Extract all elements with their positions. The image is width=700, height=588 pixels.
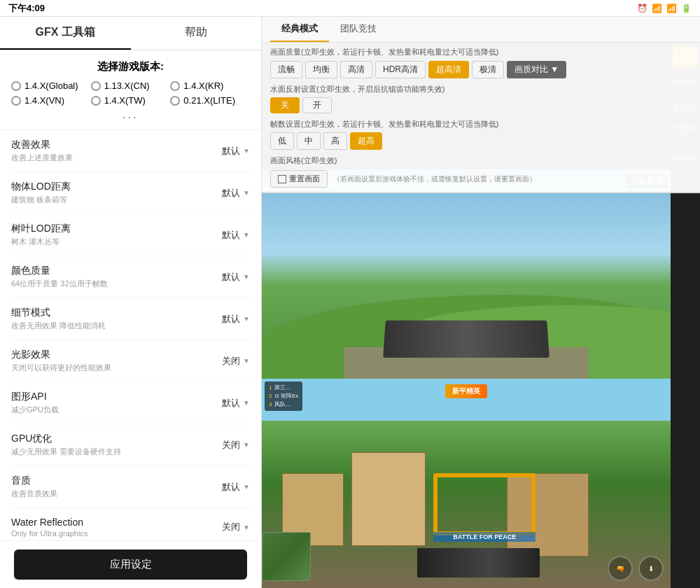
style-label: 画面风格(立即生效) (270, 155, 692, 166)
arch-structure (433, 473, 536, 536)
quality-label: 画面质量(立即生效，若运行卡顿、发热量和耗电量过大可适当降低) (270, 47, 692, 57)
version-cn[interactable]: 1.13.X(CN) (91, 80, 171, 91)
water-toggle-buttons: 关 开 (270, 97, 692, 113)
setting-improve-effects-control[interactable]: 默认 ▼ (222, 145, 250, 158)
setting-detail-mode-desc: 改善无用效果 降低性能消耗 (11, 321, 222, 331)
setting-water-value: 关闭 (222, 521, 240, 533)
radio-tw (91, 96, 101, 106)
setting-lod-object-control[interactable]: 默认 ▼ (222, 187, 250, 200)
setting-graphics-api-control[interactable]: 默认 ▼ (222, 397, 250, 410)
chevron-icon-5: ▼ (243, 315, 250, 323)
battery-icon: 🔋 (681, 4, 692, 13)
reset-row: 重置画面 （若画面设置后游戏体验不佳，或需恢复默认设置，请重置画面） (262, 167, 700, 192)
setting-improve-effects-desc: 改善上述质量效果 (11, 153, 222, 163)
version-tw-label: 1.4.X(TW) (104, 95, 146, 106)
signal1-icon: 📶 (652, 4, 662, 13)
fps-mid[interactable]: 中 (297, 132, 321, 150)
chevron-icon-6: ▼ (243, 357, 250, 365)
setting-water-control[interactable]: 关闭 ▼ (222, 521, 250, 533)
quality-compare-btn[interactable]: 画质对比 ▼ (507, 61, 566, 78)
fps-high[interactable]: 高 (323, 132, 347, 150)
setting-detail-mode-name: 细节模式 (11, 307, 222, 319)
version-grid: 1.4.X(Global) 1.13.X(CN) 1.4.X(KR) 1.4.X… (11, 80, 250, 106)
tab-gfx[interactable]: GFX 工具箱 (0, 17, 131, 50)
version-lite[interactable]: 0.21.X(LITE) (170, 95, 250, 106)
radio-global (11, 81, 21, 91)
setting-audio-desc: 改善音质效果 (11, 489, 222, 499)
apply-button[interactable]: 应用设定 (14, 550, 247, 580)
radio-vn (11, 96, 21, 106)
setting-detail-mode-value: 默认 (222, 313, 240, 326)
setting-improve-effects-value: 默认 (222, 145, 240, 158)
score-row-3: 3 凤队... (269, 400, 298, 408)
quality-hdr[interactable]: HDR高清 (375, 61, 426, 78)
game-tab-classic[interactable]: 经典模式 (270, 17, 329, 42)
reset-hint: （若画面设置后游戏体验不佳，或需恢复默认设置，请重置画面） (333, 174, 536, 184)
radio-cn (91, 81, 101, 91)
quality-ultra[interactable]: 超高清 (428, 61, 469, 78)
setting-color-quality: 颜色质量 64位用于质量 32位用于帧数 默认 ▼ (11, 256, 250, 298)
setting-lod-leaf-control[interactable]: 默认 ▼ (222, 229, 250, 241)
version-kr[interactable]: 1.4.X(KR) (170, 80, 250, 91)
gun-bottom (417, 548, 540, 578)
left-panel: GFX 工具箱 帮助 选择游戏版本: 1.4.X(Global) 1.13.X(… (0, 17, 262, 588)
quality-row: 画面质量(立即生效，若运行卡顿、发热量和耗电量过大可适当降低) 流畅 均衡 高清… (262, 43, 700, 81)
chevron-icon-10: ▼ (243, 524, 250, 531)
tab-help[interactable]: 帮助 (131, 17, 262, 50)
setting-lod-leaf-value: 默认 (222, 229, 240, 241)
main-layout: GFX 工具箱 帮助 选择游戏版本: 1.4.X(Global) 1.13.X(… (0, 17, 700, 588)
minimap-container (262, 532, 311, 581)
fps-label: 帧数设置(立即生效，若运行卡顿、发热量和耗电量过大可适当降低) (270, 119, 692, 130)
radio-lite (170, 96, 180, 106)
alarm-icon: ⏰ (637, 4, 648, 13)
setting-color-quality-desc: 64位用于质量 32位用于帧数 (11, 279, 222, 289)
setting-detail-mode-control[interactable]: 默认 ▼ (222, 313, 250, 326)
setting-water-reflection: Water Reflection Only for Ultra graphics… (11, 508, 250, 540)
game-view: 训练基地 剩余 2 淘汰 8 胜平精英 ⚙ (262, 169, 700, 588)
setting-detail-mode: 细节模式 改善无用效果 降低性能消耗 默认 ▼ (11, 298, 250, 340)
chevron-icon: ▼ (243, 147, 250, 155)
setting-gpu-opt-control[interactable]: 关闭 ▼ (222, 439, 250, 451)
fps-low[interactable]: 低 (270, 132, 294, 150)
setting-color-quality-name: 颜色质量 (11, 265, 222, 277)
quality-balanced[interactable]: 均衡 (305, 61, 337, 78)
water-on-btn[interactable]: 开 (302, 97, 332, 113)
version-global[interactable]: 1.4.X(Global) (11, 80, 91, 91)
game-scene-bottom: BATTLE FOR PEACE 1 第三... 2 G 矩阵Ex 3 凤队..… (262, 379, 671, 588)
version-cn-label: 1.13.X(CN) (104, 80, 150, 91)
water-off-btn[interactable]: 关 (270, 97, 300, 113)
setting-audio-control[interactable]: 默认 ▼ (222, 481, 250, 493)
setting-color-quality-control[interactable]: 默认 ▼ (222, 271, 250, 284)
version-kr-label: 1.4.X(KR) (183, 80, 223, 91)
quality-smooth[interactable]: 流畅 (270, 61, 302, 78)
action-btn-crouch[interactable]: ⬇ (638, 556, 664, 581)
reset-button[interactable]: 重置画面 (270, 170, 328, 188)
setting-gpu-opt-desc: 减少无用效果 需要设备硬件支持 (11, 447, 222, 457)
version-vn-label: 1.4.X(VN) (24, 95, 64, 106)
score-row-2: 2 G 矩阵Ex (269, 392, 298, 400)
apply-btn-wrap: 应用设定 (0, 540, 261, 588)
reset-icon (278, 175, 286, 183)
quality-extreme[interactable]: 极清 (472, 61, 504, 78)
setting-audio-value: 默认 (222, 481, 240, 493)
status-bar: 下午4:09 ⏰ 📶 📶 🔋 (0, 0, 700, 17)
setting-lod-object-value: 默认 (222, 187, 240, 200)
setting-color-quality-value: 默认 (222, 271, 240, 284)
game-tab-team[interactable]: 团队竞技 (329, 17, 388, 42)
quality-hd[interactable]: 高清 (340, 61, 372, 78)
fps-ultra[interactable]: 超高 (350, 132, 382, 150)
action-btn-fire[interactable]: 🔫 (608, 556, 633, 581)
setting-gpu-opt: GPU优化 减少无用效果 需要设备硬件支持 关闭 ▼ (11, 424, 250, 466)
setting-shadow-control[interactable]: 关闭 ▼ (222, 355, 250, 368)
minimap-inner (262, 533, 310, 580)
version-tw[interactable]: 1.4.X(TW) (91, 95, 171, 106)
setting-gpu-opt-value: 关闭 (222, 439, 240, 451)
version-title: 选择游戏版本: (11, 60, 250, 74)
more-dots[interactable]: ... (11, 106, 250, 124)
version-vn[interactable]: 1.4.X(VN) (11, 95, 91, 106)
reset-btn-label: 重置画面 (289, 174, 320, 184)
quality-buttons: 流畅 均衡 高清 HDR高清 超高清 极清 画质对比 ▼ (270, 61, 692, 78)
water-row: 水面反射设置(立即生效，开启后抗锯齿功能将失效) 关 开 (262, 81, 700, 116)
gun-weapon (383, 321, 549, 358)
radio-kr (170, 81, 180, 91)
